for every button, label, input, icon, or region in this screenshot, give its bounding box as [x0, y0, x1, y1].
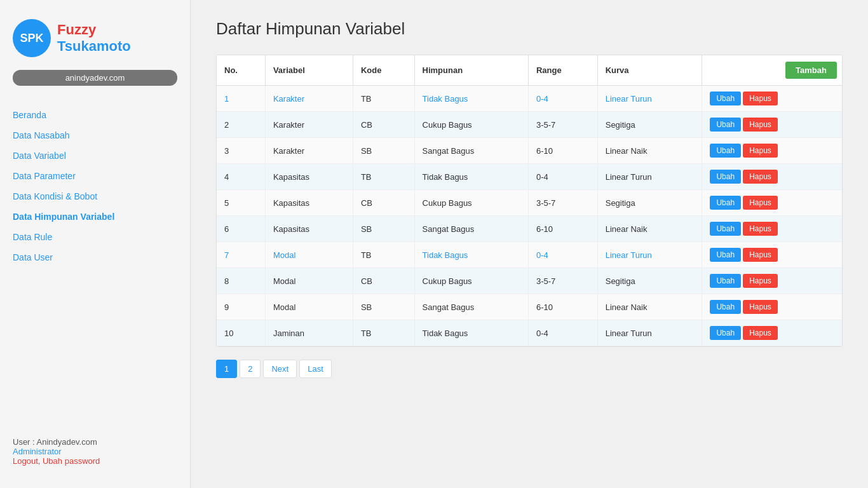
page-btn-2[interactable]: 2: [240, 360, 261, 378]
sidebar-item-data-kondisi-bobot[interactable]: Data Kondisi & Bobot: [0, 186, 190, 207]
cell-range: 6-10: [528, 216, 597, 242]
page-btn-last[interactable]: Last: [299, 360, 332, 378]
cell-actions: UbahHapus: [702, 190, 842, 216]
logo-text: Fuzzy Tsukamoto: [57, 22, 131, 55]
ubah-button[interactable]: Ubah: [710, 118, 741, 132]
cell-variabel: Modal: [265, 242, 353, 268]
sidebar-item-data-parameter[interactable]: Data Parameter: [0, 166, 190, 186]
ubah-button[interactable]: Ubah: [710, 248, 741, 262]
page-btn-next[interactable]: Next: [263, 360, 297, 378]
cell-himpunan: Cukup Bagus: [414, 112, 528, 138]
cell-himpunan: Sangat Bagus: [414, 216, 528, 242]
sidebar-item-data-himpunan-variabel[interactable]: Data Himpunan Variabel: [0, 207, 190, 227]
cell-himpunan: Cukup Bagus: [414, 190, 528, 216]
col-no: No.: [217, 55, 265, 86]
table-row: 1 Karakter TB Tidak Bagus 0-4 Linear Tur…: [217, 86, 842, 112]
cell-actions: UbahHapus: [702, 216, 842, 242]
cell-no: 1: [217, 86, 265, 112]
hapus-button[interactable]: Hapus: [743, 248, 778, 262]
cell-range: 0-4: [528, 242, 597, 268]
col-kurva: Kurva: [597, 55, 702, 86]
sidebar-nav: BerandaData NasabahData VariabelData Par…: [0, 98, 190, 428]
hapus-button[interactable]: Hapus: [743, 196, 778, 210]
hapus-button[interactable]: Hapus: [743, 144, 778, 158]
hapus-button[interactable]: Hapus: [743, 118, 778, 132]
cell-no: 6: [217, 216, 265, 242]
page-btn-1[interactable]: 1: [216, 360, 237, 378]
cell-kurva: Segitiga: [597, 190, 702, 216]
cell-kurva: Linear Turun: [597, 164, 702, 190]
cell-range: 3-5-7: [528, 112, 597, 138]
logo-container: SPK Fuzzy Tsukamoto: [0, 13, 190, 70]
cell-variabel: Kapasitas: [265, 164, 353, 190]
col-variabel: Variabel: [265, 55, 353, 86]
cell-kode: TB: [353, 164, 414, 190]
cell-kurva: Segitiga: [597, 112, 702, 138]
cell-kurva: Linear Naik: [597, 216, 702, 242]
logo-tsukamoto: Tsukamoto: [57, 38, 131, 55]
sidebar-item-data-user[interactable]: Data User: [0, 247, 190, 268]
cell-range: 6-10: [528, 138, 597, 164]
cell-himpunan: Tidak Bagus: [414, 86, 528, 112]
table-row: 9 Modal SB Sangat Bagus 6-10 Linear Naik…: [217, 294, 842, 320]
cell-range: 3-5-7: [528, 190, 597, 216]
cell-actions: UbahHapus: [702, 164, 842, 190]
cell-kode: TB: [353, 86, 414, 112]
hapus-button[interactable]: Hapus: [743, 326, 778, 340]
cell-no: 3: [217, 138, 265, 164]
cell-kurva: Linear Turun: [597, 320, 702, 346]
cell-actions: UbahHapus: [702, 138, 842, 164]
ubah-button[interactable]: Ubah: [710, 144, 741, 158]
ubah-button[interactable]: Ubah: [710, 274, 741, 288]
logout-links[interactable]: Logout, Ubah password: [13, 456, 177, 466]
sidebar-footer: User : Anindyadev.com Administrator Logo…: [0, 428, 190, 475]
cell-kode: SB: [353, 216, 414, 242]
cell-no: 8: [217, 268, 265, 294]
cell-range: 0-4: [528, 164, 597, 190]
user-label: User : Anindyadev.com: [13, 437, 177, 447]
table-row: 5 Kapasitas CB Cukup Bagus 3-5-7 Segitig…: [217, 190, 842, 216]
sidebar-item-beranda[interactable]: Beranda: [0, 105, 190, 125]
cell-no: 9: [217, 294, 265, 320]
ubah-button[interactable]: Ubah: [710, 222, 741, 236]
cell-range: 0-4: [528, 86, 597, 112]
cell-kode: TB: [353, 242, 414, 268]
page-title: Daftar Himpunan Variabel: [216, 19, 843, 39]
logo-icon: SPK: [13, 19, 51, 57]
col-kode: Kode: [353, 55, 414, 86]
col-action: Tambah: [702, 55, 842, 86]
cell-no: 5: [217, 190, 265, 216]
sidebar-item-data-nasabah[interactable]: Data Nasabah: [0, 125, 190, 146]
cell-kode: CB: [353, 268, 414, 294]
ubah-button[interactable]: Ubah: [710, 326, 741, 340]
sidebar-item-data-rule[interactable]: Data Rule: [0, 227, 190, 247]
table-row: 2 Karakter CB Cukup Bagus 3-5-7 Segitiga…: [217, 112, 842, 138]
cell-range: 0-4: [528, 320, 597, 346]
cell-variabel: Kapasitas: [265, 216, 353, 242]
ubah-button[interactable]: Ubah: [710, 300, 741, 314]
hapus-button[interactable]: Hapus: [743, 222, 778, 236]
tambah-button[interactable]: Tambah: [785, 62, 837, 79]
ubah-button[interactable]: Ubah: [710, 196, 741, 210]
ubah-button[interactable]: Ubah: [710, 170, 741, 184]
cell-himpunan: Sangat Bagus: [414, 294, 528, 320]
cell-himpunan: Tidak Bagus: [414, 320, 528, 346]
hapus-button[interactable]: Hapus: [743, 92, 778, 105]
hapus-button[interactable]: Hapus: [743, 170, 778, 184]
table-card: No. Variabel Kode Himpunan Range Kurva T…: [216, 55, 843, 347]
cell-kode: SB: [353, 138, 414, 164]
cell-actions: UbahHapus: [702, 86, 842, 112]
logo-fuzzy: Fuzzy: [57, 22, 131, 38]
admin-label[interactable]: Administrator: [13, 447, 177, 456]
main-content: Daftar Himpunan Variabel No. Variabel Ko…: [191, 0, 868, 488]
table-body: 1 Karakter TB Tidak Bagus 0-4 Linear Tur…: [217, 86, 842, 346]
ubah-button[interactable]: Ubah: [710, 92, 741, 105]
table-row: 7 Modal TB Tidak Bagus 0-4 Linear Turun …: [217, 242, 842, 268]
cell-kurva: Linear Naik: [597, 138, 702, 164]
hapus-button[interactable]: Hapus: [743, 274, 778, 288]
sidebar-item-data-variabel[interactable]: Data Variabel: [0, 146, 190, 166]
cell-no: 4: [217, 164, 265, 190]
cell-range: 6-10: [528, 294, 597, 320]
cell-variabel: Kapasitas: [265, 190, 353, 216]
hapus-button[interactable]: Hapus: [743, 300, 778, 314]
